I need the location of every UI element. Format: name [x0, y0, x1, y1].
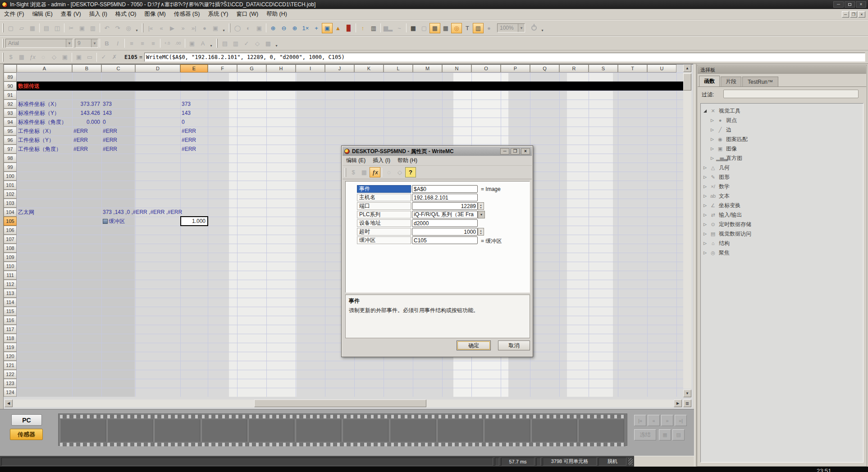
- film-frame-7[interactable]: [390, 419, 436, 442]
- spin-buttons-2[interactable]: ▲▼: [478, 202, 484, 210]
- film-frame-1[interactable]: [107, 419, 153, 442]
- collapse-arrow-icon[interactable]: ▷: [704, 241, 709, 245]
- column-header-O[interactable]: O: [471, 64, 501, 73]
- corner-cell[interactable]: [4, 64, 17, 73]
- record-icon[interactable]: ●: [199, 23, 210, 33]
- film-save-icon-button[interactable]: ▦: [659, 429, 671, 440]
- film-frame-6[interactable]: [343, 419, 388, 442]
- field-value-5[interactable]: 1000: [412, 228, 478, 236]
- menu-item-1[interactable]: 编辑 (E): [28, 9, 56, 19]
- dec-add-icon[interactable]: +.0: [162, 38, 173, 49]
- dollar-icon[interactable]: $: [348, 167, 359, 177]
- row-header-118[interactable]: 118: [4, 334, 17, 343]
- row-header-120[interactable]: 120: [4, 352, 17, 361]
- image-red-icon[interactable]: ▉: [343, 23, 354, 33]
- nav-rew-button[interactable]: «: [648, 415, 660, 426]
- cell-A104[interactable]: 乙太网: [17, 208, 72, 217]
- grid-icon[interactable]: ▦: [16, 52, 27, 62]
- film-frame-0[interactable]: [60, 419, 106, 442]
- tree-item-transform[interactable]: ▷∠坐标变换: [704, 201, 740, 210]
- hscroll-thumb[interactable]: [254, 399, 426, 407]
- collapse-arrow-icon[interactable]: ▷: [704, 165, 709, 170]
- grid-pin-icon[interactable]: ▦: [440, 23, 451, 33]
- tree-item-tools[interactable]: ✕视觉工具: [704, 106, 740, 115]
- row-header-119[interactable]: 119: [4, 343, 17, 352]
- column-header-E[interactable]: E: [180, 64, 208, 73]
- collapse-arrow-icon[interactable]: ▷: [704, 184, 709, 189]
- menu-item-6[interactable]: 传感器 (S): [170, 9, 204, 19]
- fx-icon[interactable]: ƒx: [370, 167, 380, 177]
- combo-drop-icon[interactable]: ▼: [518, 24, 525, 32]
- film-frame-5[interactable]: [296, 419, 342, 442]
- grid-icon[interactable]: ▦: [359, 167, 370, 177]
- field-label-5[interactable]: 超时: [357, 228, 411, 236]
- close-button[interactable]: ×: [856, 1, 866, 8]
- menu-item-4[interactable]: 格式 (O): [111, 9, 141, 19]
- cell-C95[interactable]: #ERR: [101, 127, 135, 136]
- tree-item-graphics[interactable]: ▷✎图形: [704, 172, 730, 182]
- row-header-98[interactable]: 98: [4, 154, 17, 163]
- mdi-minimize-button[interactable]: ─: [842, 11, 849, 18]
- nav-rew-icon[interactable]: «: [156, 23, 167, 33]
- menu-item-0[interactable]: 文件 (F): [0, 9, 28, 19]
- tree-item-data-access[interactable]: ▷▤视觉数据访问: [704, 229, 751, 238]
- cell-B97[interactable]: #ERR: [72, 145, 101, 154]
- help-icon[interactable]: ?: [405, 167, 416, 177]
- nav-play-icon[interactable]: ▶: [167, 23, 178, 33]
- tab-片段[interactable]: 片段: [721, 77, 741, 86]
- cancel-button[interactable]: 取消: [498, 340, 530, 350]
- tree-item-timer[interactable]: ▷⊙定时数据存储: [704, 220, 751, 229]
- tree-item-structure[interactable]: ▷⌂结构: [704, 239, 730, 248]
- cell-A96[interactable]: 工件坐标（Y）: [17, 136, 72, 145]
- field-label-6[interactable]: 缓冲区: [357, 236, 411, 244]
- film-frame-11[interactable]: [578, 419, 624, 442]
- column-header-U[interactable]: U: [647, 64, 676, 73]
- cell-A92[interactable]: 标准件坐标（X）: [17, 100, 72, 109]
- arrow-up-icon[interactable]: ↑: [357, 23, 368, 33]
- zoom-1x-icon[interactable]: 1×: [300, 23, 311, 33]
- row-header-95[interactable]: 95: [4, 127, 17, 136]
- collapse-arrow-icon[interactable]: ▷: [711, 118, 716, 123]
- nav-last-icon[interactable]: »|: [188, 23, 199, 33]
- zoom-out-icon[interactable]: ⊖: [279, 23, 289, 33]
- column-header-P[interactable]: P: [501, 64, 530, 73]
- dollar-icon[interactable]: $: [5, 52, 16, 62]
- column-header-Q[interactable]: Q: [530, 64, 559, 73]
- film-view-icon[interactable]: ▥: [473, 23, 484, 33]
- combo-drop-icon[interactable]: ▼: [91, 39, 98, 47]
- row-header-93[interactable]: 93: [4, 109, 17, 118]
- field-label-3[interactable]: PLC系列: [357, 211, 411, 218]
- field-value-3[interactable]: iQ-F/R/Q/L 系列（3E Fra: [412, 211, 478, 218]
- column-header-C[interactable]: C: [101, 64, 135, 73]
- toolbar-overflow-chevron[interactable]: ▾: [208, 38, 214, 49]
- menu-item-7[interactable]: 系统 (Y): [204, 9, 232, 19]
- row-header-99[interactable]: 99: [4, 163, 17, 172]
- vscroll-thumb[interactable]: [683, 73, 691, 91]
- collapse-arrow-icon[interactable]: ▷: [704, 250, 709, 255]
- selected-cell[interactable]: 1.000: [180, 216, 208, 226]
- row-header-101[interactable]: 101: [4, 181, 17, 190]
- freeze-button[interactable]: 冻结: [634, 429, 656, 440]
- field-value-1[interactable]: 192.168.2.101: [412, 194, 478, 201]
- column-header-N[interactable]: N: [442, 64, 471, 73]
- column-header-R[interactable]: R: [559, 64, 589, 73]
- row-header-106[interactable]: 106: [4, 226, 17, 235]
- dialog-title-bar[interactable]: DESKTOP-SSP5MND - 属性页 - WriteMC ─ ❐ ×: [343, 147, 532, 156]
- row-header-113[interactable]: 113: [4, 289, 17, 298]
- ok-button[interactable]: 确定: [457, 340, 491, 350]
- row-header-90[interactable]: 90: [4, 82, 17, 91]
- row-header-117[interactable]: 117: [4, 325, 17, 334]
- spin-buttons-5[interactable]: ▲▼: [478, 228, 484, 236]
- nav-last-button[interactable]: »|: [675, 415, 687, 426]
- row-header-104[interactable]: 104: [4, 208, 17, 217]
- column-header-M[interactable]: M: [413, 64, 442, 73]
- row-header-109[interactable]: 109: [4, 253, 17, 262]
- zoom-level-combo[interactable]: 100%▼: [497, 23, 525, 32]
- minimize-button[interactable]: ─: [833, 1, 844, 8]
- chart-icon[interactable]: ▆▂: [382, 23, 394, 33]
- menu-item-2[interactable]: 查看 (V): [57, 9, 85, 19]
- collapse-arrow-icon[interactable]: ▷: [704, 175, 709, 179]
- cell-E95[interactable]: #ERR: [180, 127, 208, 136]
- row-header-122[interactable]: 122: [4, 370, 17, 379]
- field-value-0[interactable]: $A$0: [412, 185, 478, 193]
